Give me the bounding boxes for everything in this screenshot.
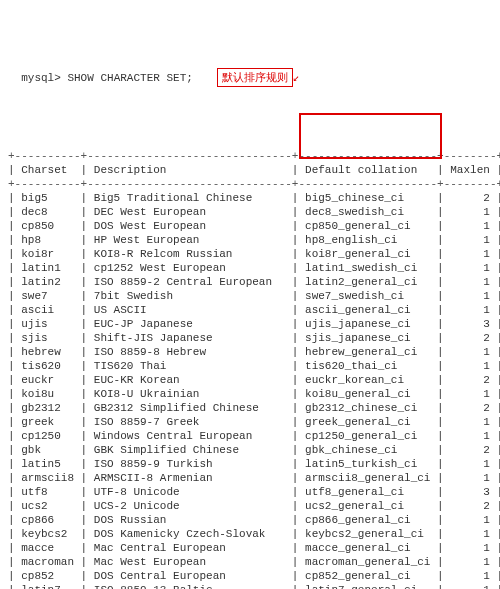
table-row: | cp866 | DOS Russian | cp866_general_ci…	[8, 513, 492, 527]
table-row: | latin5 | ISO 8859-9 Turkish | latin5_t…	[8, 457, 492, 471]
table-row: | koi8u | KOI8-U Ukrainian | koi8u_gener…	[8, 387, 492, 401]
table-row: | gbk | GBK Simplified Chinese | gbk_chi…	[8, 443, 492, 457]
table-row: | big5 | Big5 Traditional Chinese | big5…	[8, 191, 492, 205]
result-table: +----------+----------------------------…	[8, 113, 492, 589]
table-row: | ujis | EUC-JP Japanese | ujis_japanese…	[8, 317, 492, 331]
table-row: | koi8r | KOI8-R Relcom Russian | koi8r_…	[8, 247, 492, 261]
mysql-prompt: mysql>	[21, 72, 61, 84]
table-row: | greek | ISO 8859-7 Greek | greek_gener…	[8, 415, 492, 429]
table-row: | ucs2 | UCS-2 Unicode | ucs2_general_ci…	[8, 499, 492, 513]
table-row: | gb2312 | GB2312 Simplified Chinese | g…	[8, 401, 492, 415]
table-row: | latin1 | cp1252 West European | latin1…	[8, 261, 492, 275]
annotation-arrow-icon: ↙	[293, 72, 300, 84]
table-row: | ascii | US ASCII | ascii_general_ci | …	[8, 303, 492, 317]
table-row: | dec8 | DEC West European | dec8_swedis…	[8, 205, 492, 219]
table-row: | cp850 | DOS West European | cp850_gene…	[8, 219, 492, 233]
table-row: | keybcs2 | DOS Kamenicky Czech-Slovak |…	[8, 527, 492, 541]
table-row: | hp8 | HP West European | hp8_english_c…	[8, 233, 492, 247]
annotation-label: 默认排序规则	[217, 68, 293, 87]
table-row: | armscii8 | ARMSCII-8 Armenian | armsci…	[8, 471, 492, 485]
table-row: | macroman | Mac West European | macroma…	[8, 555, 492, 569]
table-row: | tis620 | TIS620 Thai | tis620_thai_ci …	[8, 359, 492, 373]
table-row: | sjis | Shift-JIS Japanese | sjis_japan…	[8, 331, 492, 345]
sql-command: SHOW CHARACTER SET;	[67, 72, 192, 84]
table-row: | hebrew | ISO 8859-8 Hebrew | hebrew_ge…	[8, 345, 492, 359]
table-row: | latin7 | ISO 8859-13 Baltic | latin7_g…	[8, 583, 492, 589]
separator-line: +----------+----------------------------…	[8, 149, 492, 163]
table-row: | latin2 | ISO 8859-2 Central European |…	[8, 275, 492, 289]
separator-line: +----------+----------------------------…	[8, 177, 492, 191]
table-row: | swe7 | 7bit Swedish | swe7_swedish_ci …	[8, 289, 492, 303]
table-row: | cp852 | DOS Central European | cp852_g…	[8, 569, 492, 583]
table-row: | macce | Mac Central European | macce_g…	[8, 541, 492, 555]
header-row: | Charset | Description | Default collat…	[8, 163, 492, 177]
table-row: | utf8 | UTF-8 Unicode | utf8_general_ci…	[8, 485, 492, 499]
table-row: | cp1250 | Windows Central European | cp…	[8, 429, 492, 443]
table-row: | euckr | EUC-KR Korean | euckr_korean_c…	[8, 373, 492, 387]
